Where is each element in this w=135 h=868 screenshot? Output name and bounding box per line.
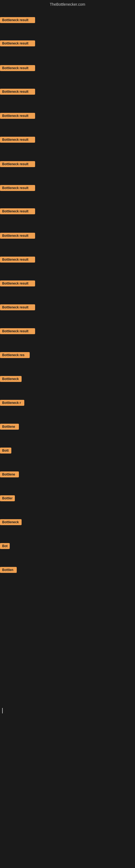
list-item[interactable]: Bot <box>0 541 10 551</box>
bottleneck-badge: Bottleneck result <box>0 304 35 310</box>
site-header: TheBottlenecker.com <box>0 0 135 8</box>
list-item[interactable]: Bottleneck result <box>0 231 35 240</box>
list-item[interactable]: Bottlene <box>0 470 19 479</box>
list-item[interactable]: Bottleneck result <box>0 135 35 144</box>
bottleneck-badge: Bottleneck result <box>0 161 35 167</box>
list-item[interactable]: Bottleneck result <box>0 303 35 312</box>
list-item[interactable]: Bottleneck result <box>0 207 35 216</box>
bottleneck-badge: Bottleneck result <box>0 185 35 191</box>
bottleneck-badge: Bottlene <box>0 471 19 477</box>
list-item[interactable]: Bottleneck res <box>0 350 30 360</box>
list-item[interactable]: Bottlen <box>0 565 17 575</box>
bottleneck-badge: Bot <box>0 543 10 549</box>
bottleneck-badge: Bottleneck r <box>0 400 24 406</box>
bottleneck-badge: Bottleneck result <box>0 40 35 46</box>
bottleneck-badge: Bottleneck result <box>0 17 35 23</box>
list-item[interactable]: Bottleneck result <box>0 16 35 25</box>
bottleneck-badge: Bott <box>0 447 11 454</box>
list-item[interactable]: Bottleneck result <box>0 87 35 96</box>
bottleneck-list <box>0 8 135 9</box>
cursor-line <box>2 708 3 713</box>
bottleneck-badge: Bottleneck result <box>0 280 35 286</box>
list-item[interactable]: Bott <box>0 446 11 455</box>
bottleneck-badge: Bottleneck result <box>0 113 35 119</box>
list-item[interactable]: Bottleneck result <box>0 279 35 288</box>
list-item[interactable]: Bottlene <box>0 422 19 431</box>
bottleneck-badge: Bottlene <box>0 424 19 430</box>
bottleneck-badge: Bottleneck result <box>0 65 35 71</box>
list-item[interactable]: Bottleneck r <box>0 398 24 407</box>
bottleneck-badge: Bottleneck res <box>0 352 30 358</box>
bottleneck-badge: Bottleneck result <box>0 257 35 262</box>
bottleneck-badge: Bottleneck <box>0 519 21 525</box>
list-item[interactable]: Bottleneck result <box>0 111 35 120</box>
bottleneck-badge: Bottler <box>0 495 15 501</box>
bottleneck-badge: Bottleneck <box>0 376 21 382</box>
bottleneck-badge: Bottleneck result <box>0 89 35 95</box>
list-item[interactable]: Bottleneck result <box>0 159 35 169</box>
list-item[interactable]: Bottler <box>0 494 15 503</box>
bottleneck-badge: Bottleneck result <box>0 208 35 214</box>
bottleneck-badge: Bottlen <box>0 567 17 573</box>
list-item[interactable]: Bottleneck <box>0 518 21 527</box>
list-item[interactable]: Bottleneck result <box>0 63 35 73</box>
list-item[interactable]: Bottleneck result <box>0 327 35 336</box>
bottleneck-badge: Bottleneck result <box>0 137 35 143</box>
bottleneck-badge: Bottleneck result <box>0 233 35 239</box>
bottleneck-badge: Bottleneck result <box>0 328 35 334</box>
list-item[interactable]: Bottleneck result <box>0 39 35 48</box>
list-item[interactable]: Bottleneck <box>0 374 21 383</box>
list-item[interactable]: Bottleneck result <box>0 183 35 193</box>
site-title: TheBottlenecker.com <box>0 0 135 8</box>
list-item[interactable]: Bottleneck result <box>0 255 35 264</box>
